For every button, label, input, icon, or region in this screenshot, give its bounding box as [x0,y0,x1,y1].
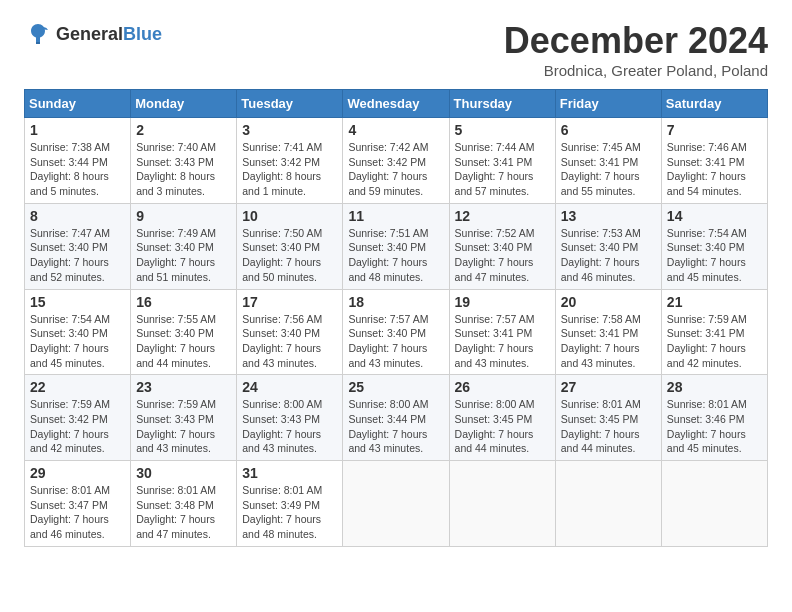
day-number: 7 [667,122,762,138]
day-cell: 31 Sunrise: 8:01 AM Sunset: 3:49 PM Dayl… [237,461,343,547]
day-cell: 11 Sunrise: 7:51 AM Sunset: 3:40 PM Dayl… [343,203,449,289]
day-detail: Sunrise: 7:59 AM Sunset: 3:41 PM Dayligh… [667,312,762,371]
header-saturday: Saturday [661,90,767,118]
day-cell: 9 Sunrise: 7:49 AM Sunset: 3:40 PM Dayli… [131,203,237,289]
day-cell: 15 Sunrise: 7:54 AM Sunset: 3:40 PM Dayl… [25,289,131,375]
day-detail: Sunrise: 7:41 AM Sunset: 3:42 PM Dayligh… [242,140,337,199]
day-cell: 27 Sunrise: 8:01 AM Sunset: 3:45 PM Dayl… [555,375,661,461]
day-number: 16 [136,294,231,310]
day-detail: Sunrise: 8:00 AM Sunset: 3:43 PM Dayligh… [242,397,337,456]
day-cell: 24 Sunrise: 8:00 AM Sunset: 3:43 PM Dayl… [237,375,343,461]
header-wednesday: Wednesday [343,90,449,118]
logo: GeneralBlue [24,20,162,48]
day-detail: Sunrise: 8:01 AM Sunset: 3:45 PM Dayligh… [561,397,656,456]
logo-icon [24,20,52,48]
day-detail: Sunrise: 7:46 AM Sunset: 3:41 PM Dayligh… [667,140,762,199]
day-detail: Sunrise: 7:58 AM Sunset: 3:41 PM Dayligh… [561,312,656,371]
day-number: 18 [348,294,443,310]
day-number: 2 [136,122,231,138]
day-cell: 19 Sunrise: 7:57 AM Sunset: 3:41 PM Dayl… [449,289,555,375]
day-number: 17 [242,294,337,310]
logo-blue: Blue [123,24,162,44]
day-cell: 2 Sunrise: 7:40 AM Sunset: 3:43 PM Dayli… [131,118,237,204]
day-cell: 29 Sunrise: 8:01 AM Sunset: 3:47 PM Dayl… [25,461,131,547]
day-detail: Sunrise: 7:54 AM Sunset: 3:40 PM Dayligh… [30,312,125,371]
day-detail: Sunrise: 7:59 AM Sunset: 3:42 PM Dayligh… [30,397,125,456]
day-number: 25 [348,379,443,395]
day-cell: 7 Sunrise: 7:46 AM Sunset: 3:41 PM Dayli… [661,118,767,204]
day-number: 3 [242,122,337,138]
day-cell: 26 Sunrise: 8:00 AM Sunset: 3:45 PM Dayl… [449,375,555,461]
day-detail: Sunrise: 7:59 AM Sunset: 3:43 PM Dayligh… [136,397,231,456]
day-cell: 23 Sunrise: 7:59 AM Sunset: 3:43 PM Dayl… [131,375,237,461]
day-number: 23 [136,379,231,395]
day-detail: Sunrise: 7:47 AM Sunset: 3:40 PM Dayligh… [30,226,125,285]
day-number: 4 [348,122,443,138]
day-cell: 30 Sunrise: 8:01 AM Sunset: 3:48 PM Dayl… [131,461,237,547]
day-number: 27 [561,379,656,395]
day-number: 13 [561,208,656,224]
day-cell: 14 Sunrise: 7:54 AM Sunset: 3:40 PM Dayl… [661,203,767,289]
calendar-table: Sunday Monday Tuesday Wednesday Thursday… [24,89,768,547]
day-number: 12 [455,208,550,224]
day-number: 1 [30,122,125,138]
day-number: 8 [30,208,125,224]
calendar-week-row: 22 Sunrise: 7:59 AM Sunset: 3:42 PM Dayl… [25,375,768,461]
day-cell: 16 Sunrise: 7:55 AM Sunset: 3:40 PM Dayl… [131,289,237,375]
day-detail: Sunrise: 7:40 AM Sunset: 3:43 PM Dayligh… [136,140,231,199]
day-cell: 20 Sunrise: 7:58 AM Sunset: 3:41 PM Dayl… [555,289,661,375]
day-number: 6 [561,122,656,138]
day-number: 30 [136,465,231,481]
day-cell: 3 Sunrise: 7:41 AM Sunset: 3:42 PM Dayli… [237,118,343,204]
day-detail: Sunrise: 8:01 AM Sunset: 3:48 PM Dayligh… [136,483,231,542]
day-detail: Sunrise: 7:57 AM Sunset: 3:41 PM Dayligh… [455,312,550,371]
day-cell: 17 Sunrise: 7:56 AM Sunset: 3:40 PM Dayl… [237,289,343,375]
calendar-week-row: 29 Sunrise: 8:01 AM Sunset: 3:47 PM Dayl… [25,461,768,547]
month-title: December 2024 [504,20,768,62]
day-cell: 13 Sunrise: 7:53 AM Sunset: 3:40 PM Dayl… [555,203,661,289]
day-cell: 22 Sunrise: 7:59 AM Sunset: 3:42 PM Dayl… [25,375,131,461]
day-detail: Sunrise: 7:52 AM Sunset: 3:40 PM Dayligh… [455,226,550,285]
day-number: 11 [348,208,443,224]
day-number: 20 [561,294,656,310]
calendar-week-row: 15 Sunrise: 7:54 AM Sunset: 3:40 PM Dayl… [25,289,768,375]
day-number: 10 [242,208,337,224]
day-number: 21 [667,294,762,310]
day-detail: Sunrise: 7:49 AM Sunset: 3:40 PM Dayligh… [136,226,231,285]
subtitle: Brodnica, Greater Poland, Poland [504,62,768,79]
header-monday: Monday [131,90,237,118]
header-friday: Friday [555,90,661,118]
day-cell: 28 Sunrise: 8:01 AM Sunset: 3:46 PM Dayl… [661,375,767,461]
day-detail: Sunrise: 7:57 AM Sunset: 3:40 PM Dayligh… [348,312,443,371]
day-detail: Sunrise: 8:01 AM Sunset: 3:49 PM Dayligh… [242,483,337,542]
day-cell: 5 Sunrise: 7:44 AM Sunset: 3:41 PM Dayli… [449,118,555,204]
weekday-header-row: Sunday Monday Tuesday Wednesday Thursday… [25,90,768,118]
day-number: 29 [30,465,125,481]
header-sunday: Sunday [25,90,131,118]
day-detail: Sunrise: 7:53 AM Sunset: 3:40 PM Dayligh… [561,226,656,285]
day-number: 24 [242,379,337,395]
day-number: 19 [455,294,550,310]
calendar-week-row: 8 Sunrise: 7:47 AM Sunset: 3:40 PM Dayli… [25,203,768,289]
day-detail: Sunrise: 7:50 AM Sunset: 3:40 PM Dayligh… [242,226,337,285]
page-header: GeneralBlue December 2024 Brodnica, Grea… [24,20,768,79]
day-detail: Sunrise: 7:38 AM Sunset: 3:44 PM Dayligh… [30,140,125,199]
day-cell: 4 Sunrise: 7:42 AM Sunset: 3:42 PM Dayli… [343,118,449,204]
empty-day-cell [449,461,555,547]
day-cell: 21 Sunrise: 7:59 AM Sunset: 3:41 PM Dayl… [661,289,767,375]
logo-general: General [56,24,123,44]
calendar-week-row: 1 Sunrise: 7:38 AM Sunset: 3:44 PM Dayli… [25,118,768,204]
day-detail: Sunrise: 7:44 AM Sunset: 3:41 PM Dayligh… [455,140,550,199]
day-cell: 18 Sunrise: 7:57 AM Sunset: 3:40 PM Dayl… [343,289,449,375]
day-cell: 25 Sunrise: 8:00 AM Sunset: 3:44 PM Dayl… [343,375,449,461]
empty-day-cell [661,461,767,547]
day-number: 15 [30,294,125,310]
header-tuesday: Tuesday [237,90,343,118]
day-number: 22 [30,379,125,395]
day-detail: Sunrise: 8:01 AM Sunset: 3:46 PM Dayligh… [667,397,762,456]
title-section: December 2024 Brodnica, Greater Poland, … [504,20,768,79]
day-number: 14 [667,208,762,224]
day-number: 9 [136,208,231,224]
day-number: 31 [242,465,337,481]
day-detail: Sunrise: 7:54 AM Sunset: 3:40 PM Dayligh… [667,226,762,285]
